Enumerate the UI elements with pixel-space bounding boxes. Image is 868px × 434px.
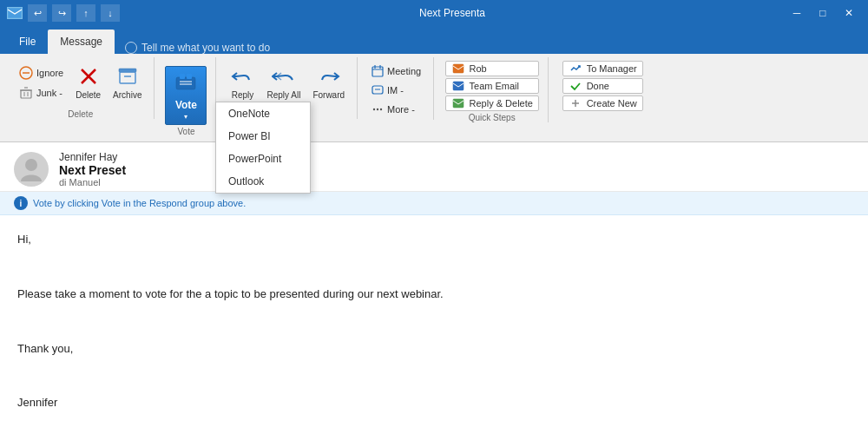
vote-chevron-icon: ▾ (184, 113, 187, 121)
svg-rect-11 (120, 72, 135, 83)
forward-button[interactable]: Forward (307, 61, 350, 104)
reply-all-button[interactable]: Reply All (261, 61, 306, 104)
dropdown-onenote[interactable]: OneNote (216, 102, 310, 125)
search-icon (125, 42, 137, 54)
delete-button[interactable]: Delete (70, 61, 106, 104)
forward-label: Forward (312, 90, 345, 101)
more-button[interactable]: More - (366, 101, 426, 118)
svg-rect-28 (453, 82, 464, 90)
reply-icon (230, 64, 254, 89)
dropdown-powerpoint[interactable]: PowerPoint (216, 148, 310, 170)
delete-buttons: Ignore Junk - (14, 57, 147, 108)
meeting-label: Meeting (387, 66, 421, 76)
close-button[interactable]: ✕ (837, 3, 861, 23)
svg-rect-29 (453, 99, 464, 108)
vote-group-label: Vote (177, 127, 194, 136)
svg-rect-0 (8, 8, 22, 18)
dropdown-outlook[interactable]: Outlook (216, 170, 310, 193)
svg-rect-3 (21, 90, 31, 98)
ribbon-group-quicksteps: Rob Team Email Reply & D (436, 57, 549, 122)
vote-button[interactable]: Vote ▾ (165, 66, 207, 125)
quicksteps-buttons: Rob Team Email Reply & D (445, 57, 539, 111)
svg-point-26 (380, 108, 382, 110)
archive-button[interactable]: Archive (108, 61, 147, 104)
archive-icon (115, 64, 140, 89)
rob-icon (451, 63, 465, 74)
respond-buttons: Reply Reply All (225, 57, 350, 108)
ignore-button[interactable]: Ignore (14, 63, 69, 82)
email-area: Jennifer Hay Next Preset di Manuel i Vot… (0, 142, 868, 434)
down-button[interactable]: ↓ (101, 4, 120, 22)
junk-icon (19, 86, 33, 100)
vote-btn-label: Vote (175, 99, 197, 111)
tab-bar: File Message Tell me what you want to do (0, 26, 868, 54)
tell-label: Tell me what you want to do (141, 42, 270, 54)
stacked-delete-group: Ignore Junk - (14, 62, 69, 104)
quicksteps-group-label: Quick Steps (469, 113, 516, 122)
done-button[interactable]: Done (562, 78, 643, 94)
rob-label: Rob (470, 63, 487, 74)
reply-label: Reply (232, 90, 254, 101)
create-new-button[interactable]: Create New (562, 95, 643, 111)
redo-button[interactable]: ↪ (52, 4, 71, 22)
dropdown-powerbi[interactable]: Power BI (216, 125, 310, 148)
window-controls: ─ □ ✕ (785, 3, 861, 23)
email-subject: Next Preset (59, 163, 854, 177)
svg-point-24 (373, 108, 375, 110)
email-body: Hi, Please take a moment to vote for the… (0, 215, 868, 434)
window-title: Next Presenta (419, 7, 485, 19)
maximize-button[interactable]: □ (811, 3, 835, 23)
im-icon (372, 84, 384, 96)
im-button[interactable]: IM - (366, 82, 426, 99)
reply-button[interactable]: Reply (225, 61, 260, 104)
info-icon: i (14, 196, 28, 210)
svg-rect-14 (180, 74, 185, 79)
reply-delete-label: Reply & Delete (470, 98, 533, 108)
minimize-button[interactable]: ─ (785, 3, 809, 23)
tab-file[interactable]: File (7, 30, 48, 54)
email-header: Jennifer Hay Next Preset di Manuel (0, 142, 868, 192)
email-to: di Manuel (59, 177, 854, 187)
svg-rect-13 (176, 77, 195, 89)
avatar (14, 152, 49, 187)
to-manager-label: To Manager (587, 63, 637, 74)
app-icon (7, 7, 23, 19)
vote-notice: i Vote by clicking Vote in the Respond g… (0, 192, 868, 215)
meeting-button[interactable]: Meeting (366, 62, 426, 80)
title-bar-left: ↩ ↪ ↑ ↓ (7, 4, 120, 22)
svg-point-25 (377, 108, 378, 110)
up-button[interactable]: ↑ (76, 4, 95, 22)
svg-rect-27 (453, 64, 464, 73)
title-bar: ↩ ↪ ↑ ↓ Next Presenta ─ □ ✕ (0, 0, 868, 26)
done-icon (569, 81, 582, 91)
archive-btn-label: Archive (113, 90, 141, 101)
body-line-6: Jennifer (17, 392, 851, 412)
delete-btn-label: Delete (76, 90, 101, 101)
ribbon-group-actions: To Manager Done Create New (550, 57, 654, 116)
move-buttons: Meeting IM - More - (366, 57, 426, 118)
team-email-label: Team Email (470, 81, 519, 91)
im-label: IM - (387, 85, 404, 95)
reply-delete-button[interactable]: Reply & Delete (445, 95, 539, 111)
tab-message[interactable]: Message (48, 30, 115, 54)
to-manager-button[interactable]: To Manager (562, 61, 643, 76)
junk-label: Junk - (36, 88, 62, 98)
ribbon-group-move: Meeting IM - More - (359, 57, 434, 120)
svg-rect-15 (187, 74, 192, 79)
tab-tell[interactable]: Tell me what you want to do (115, 42, 280, 54)
body-line-4: Thank you, (17, 339, 851, 358)
rob-button[interactable]: Rob (445, 61, 539, 76)
body-line-1 (17, 256, 851, 276)
email-meta: Jennifer Hay Next Preset di Manuel (59, 151, 854, 187)
vote-dropdown: OneNote Power BI PowerPoint Outlook (215, 102, 311, 194)
junk-button[interactable]: Junk - (14, 83, 69, 102)
body-line-5 (17, 365, 851, 385)
team-email-button[interactable]: Team Email (445, 78, 539, 94)
create-new-icon (569, 98, 582, 108)
meeting-icon (372, 65, 384, 77)
svg-rect-18 (372, 67, 383, 76)
team-email-icon (451, 81, 465, 91)
more-icon (372, 103, 384, 115)
undo-button[interactable]: ↩ (28, 4, 47, 22)
svg-point-32 (25, 159, 37, 171)
